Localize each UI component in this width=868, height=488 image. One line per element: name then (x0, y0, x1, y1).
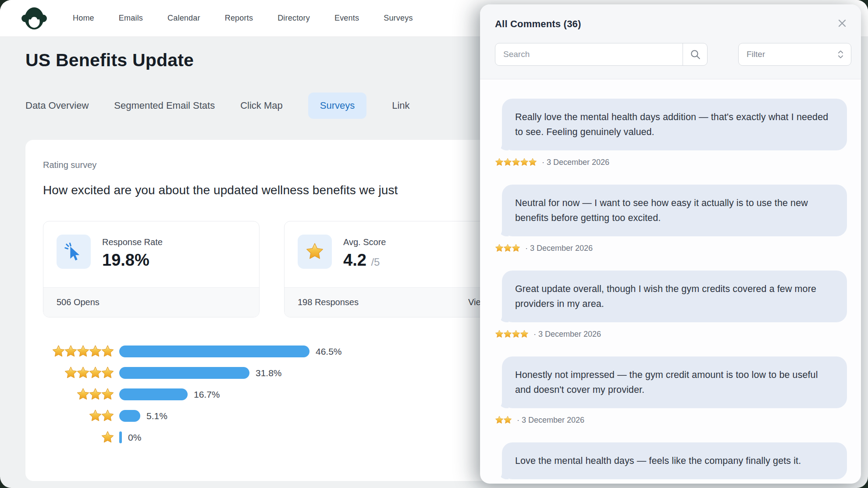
nav-item-events[interactable]: Events (334, 14, 359, 23)
nav-item-emails[interactable]: Emails (119, 14, 143, 23)
row-star-rating (43, 387, 115, 402)
bar-value-label: 16.7% (194, 389, 220, 400)
comment-star-rating (496, 415, 512, 425)
close-icon[interactable] (833, 17, 851, 32)
stat-value: 19.8% (102, 251, 163, 270)
comment-meta: · 3 December 2026 (496, 415, 847, 425)
row-star-rating (43, 430, 115, 445)
stat-footer-text: 506 Opens (57, 297, 100, 307)
star-icon (100, 344, 115, 359)
comment-item: Great update overall, though I wish the … (496, 271, 847, 339)
comment-date: · 3 December 2026 (542, 158, 609, 167)
comments-panel-header: All Comments (36) (480, 4, 861, 79)
tab-link[interactable]: Link (392, 100, 409, 111)
bar-value-label: 5.1% (146, 411, 167, 421)
star-icon (100, 409, 115, 423)
comment-item: Love the mental health days — feels like… (496, 442, 847, 484)
comment-item: Neutral for now — I want to see how easy… (496, 185, 847, 253)
filter-label: Filter (747, 50, 765, 59)
app-window: HomeEmailsCalendarReportsDirectoryEvents… (0, 0, 868, 488)
comment-bubble: Love the mental health days — feels like… (502, 442, 847, 479)
comment-bubble: Great update overall, though I wish the … (502, 271, 847, 322)
comments-panel: All Comments (36) (480, 4, 861, 484)
response-rate-card: Response Rate 19.8% 506 Opens (43, 221, 260, 317)
search-icon[interactable] (683, 43, 707, 65)
star-icon (511, 243, 521, 253)
rating-bar (119, 410, 140, 422)
stat-footer-text: 198 Responses (298, 297, 359, 307)
comment-star-rating (496, 243, 521, 253)
comment-meta: · 3 December 2026 (496, 157, 847, 167)
avg-score-card: Avg. Score 4.2 /5 198 Responses View (284, 221, 501, 317)
rating-bar (119, 388, 188, 400)
comment-meta: · 3 December 2026 (496, 329, 847, 339)
comment-star-rating (496, 157, 537, 167)
row-star-rating (43, 344, 115, 359)
nav-item-home[interactable]: Home (73, 14, 94, 23)
tab-click-map[interactable]: Click Map (240, 100, 283, 111)
bar-value-label: 46.5% (316, 346, 342, 357)
row-star-rating (43, 366, 115, 380)
rating-bar (119, 431, 122, 443)
nav-item-calendar[interactable]: Calendar (167, 14, 200, 23)
comment-text: Honestly not impressed — the gym credit … (515, 370, 818, 395)
chevron-up-down-icon (837, 49, 844, 60)
star-icon (503, 415, 512, 425)
nav-item-directory[interactable]: Directory (277, 14, 310, 23)
comment-date: · 3 December 2026 (534, 330, 601, 339)
nav-items: HomeEmailsCalendarReportsDirectoryEvents… (73, 14, 413, 23)
comment-text: Really love the mental health days addit… (515, 112, 828, 137)
star-icon (519, 329, 529, 339)
star-icon (100, 387, 115, 402)
stat-value: 4.2 /5 (343, 251, 386, 270)
comment-bubble: Honestly not impressed — the gym credit … (502, 356, 847, 408)
filter-dropdown[interactable]: Filter (738, 43, 851, 66)
tab-surveys[interactable]: Surveys (308, 93, 366, 119)
stat-label: Avg. Score (343, 237, 386, 247)
stat-value-suffix: /5 (371, 256, 380, 268)
comment-meta: · 3 December 2026 (496, 243, 847, 253)
rating-bar (119, 346, 309, 357)
comment-date: · 3 December 2026 (517, 416, 584, 425)
nav-item-reports[interactable]: Reports (225, 14, 253, 23)
bar-value-label: 31.8% (256, 368, 282, 378)
star-icon (298, 235, 332, 269)
comment-bubble: Neutral for now — I want to see how easy… (502, 185, 847, 236)
row-star-rating (43, 409, 115, 423)
tab-data-overview[interactable]: Data Overview (25, 100, 89, 111)
comment-item: Really love the mental health days addit… (496, 99, 847, 167)
comment-text: Neutral for now — I want to see how easy… (515, 198, 808, 223)
star-icon (100, 430, 115, 445)
comment-text: Great update overall, though I wish the … (515, 284, 816, 309)
bar-value-label: 0% (128, 432, 141, 443)
star-icon (528, 157, 537, 167)
comment-star-rating (496, 329, 529, 339)
rating-bar (119, 367, 249, 379)
nav-item-surveys[interactable]: Surveys (384, 14, 413, 23)
comments-panel-title: All Comments (36) (495, 18, 581, 30)
comments-list: Really love the mental health days addit… (480, 79, 861, 484)
cursor-click-icon (57, 235, 91, 269)
star-icon (100, 366, 115, 380)
comment-date: · 3 December 2026 (525, 244, 593, 253)
search-input[interactable] (495, 43, 683, 65)
tab-segmented-email-stats[interactable]: Segmented Email Stats (114, 100, 215, 111)
brand-monkey-logo-icon[interactable] (20, 6, 48, 31)
comment-bubble: Really love the mental health days addit… (502, 99, 847, 150)
search-box (495, 43, 708, 66)
stat-label: Response Rate (102, 237, 163, 247)
comment-text: Love the mental health days — feels like… (515, 456, 801, 466)
comment-item: Honestly not impressed — the gym credit … (496, 356, 847, 425)
